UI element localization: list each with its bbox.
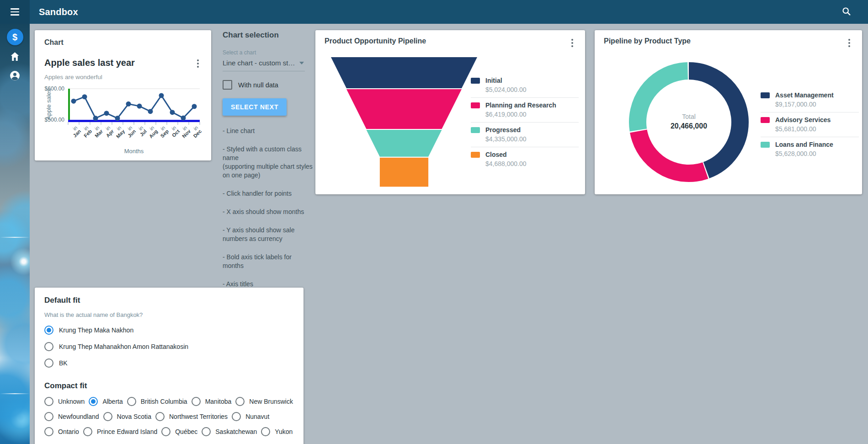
radio-option-yukon[interactable]: Yukon — [261, 427, 293, 436]
funnel-menu-icon[interactable] — [569, 37, 576, 49]
chart-notes-list: - Line chart- Styled with a custom class… — [223, 127, 314, 289]
line-point-Mar[interactable] — [93, 116, 98, 121]
legend-item-Initial[interactable]: Initial$5,024,000.00 — [471, 73, 579, 98]
legend-item-Asset Management[interactable]: Asset Management$9,157,000.00 — [761, 88, 859, 112]
donut-chart[interactable]: Total20,466,000 — [595, 30, 768, 194]
radio-option-krung-thep-maka-nakhon[interactable]: Krung Thep Maka Nakhon — [44, 326, 294, 335]
radio-unselected-icon[interactable] — [155, 412, 165, 421]
radio-option-unknown[interactable]: Unknown — [44, 397, 85, 406]
line-point-Apr[interactable] — [104, 111, 109, 116]
null-data-checkbox-row[interactable]: With null data — [223, 80, 314, 90]
radio-option-nunavut[interactable]: Nunavut — [232, 412, 269, 421]
radio-unselected-icon[interactable] — [44, 397, 53, 406]
donut-legend: Asset Management$9,157,000.00Advisory Se… — [761, 88, 859, 161]
note-item: - Styled with a custom class name (suppo… — [223, 145, 314, 180]
radio-option-northwest-territories[interactable]: Northwest Territories — [155, 412, 228, 421]
radio-label: Prince Edward Island — [97, 428, 157, 435]
funnel-segment-Initial[interactable] — [331, 57, 477, 88]
legend-label: Loans and Finance — [775, 141, 833, 148]
radio-option-british-columbia[interactable]: British Columbia — [127, 397, 187, 406]
radio-unselected-icon[interactable] — [127, 397, 136, 406]
radio-unselected-icon[interactable] — [261, 427, 270, 436]
legend-item-Planning and Research[interactable]: Planning and Research$6,419,000.00 — [471, 98, 579, 123]
radio-option-nova-scotia[interactable]: Nova Scotia — [103, 412, 151, 421]
radio-unselected-icon[interactable] — [44, 427, 53, 436]
select-next-button[interactable]: SELECT NEXT — [223, 98, 287, 116]
radio-option-saskatchewan[interactable]: Saskatchewan — [202, 427, 257, 436]
province-radio-group: UnknownAlbertaBritish ColumbiaManitobaNe… — [44, 397, 303, 436]
radio-option-prince-edward-island[interactable]: Prince Edward Island — [83, 427, 157, 436]
line-chart[interactable]: inJaninFebinMarinAprinMayinJuninJulinAug… — [44, 83, 204, 155]
note-item: - Y axis should show sale numbers as cur… — [223, 226, 314, 243]
chart-menu-icon[interactable] — [194, 58, 202, 70]
line-point-Feb[interactable] — [82, 94, 87, 99]
funnel-segment-Planning and Research[interactable] — [346, 89, 462, 129]
home-icon — [9, 51, 21, 62]
chart-select-dropdown[interactable]: Line chart - custom st… — [223, 56, 305, 71]
account-nav-button[interactable] — [0, 66, 30, 85]
select-value: Line chart - custom st… — [223, 59, 295, 67]
radio-option-manitoba[interactable]: Manitoba — [192, 397, 232, 406]
radio-option-ontario[interactable]: Ontario — [44, 427, 79, 436]
radio-option-krung-thep-mahanakhon-amon-rattanakosin[interactable]: Krung Thep Mahanakhon Amon Rattanakosin — [44, 342, 294, 351]
note-item: - Bold axis tick labels for months — [223, 253, 314, 270]
radio-label: Québec — [175, 428, 197, 435]
x-tick-label: inApr — [101, 124, 115, 138]
search-icon[interactable] — [840, 5, 853, 20]
line-point-Jul[interactable] — [137, 104, 142, 109]
radio-label: Nova Scotia — [117, 413, 151, 420]
radio-label: Alberta — [102, 398, 122, 405]
radio-option-new-brunswick[interactable]: New Brunswick — [235, 397, 293, 406]
radio-label: Northwest Territories — [169, 413, 228, 420]
radio-option-bk[interactable]: BK — [44, 358, 294, 368]
chart-selection-panel: Chart selection Select a chart Line char… — [223, 31, 314, 298]
radio-label: Ontario — [58, 428, 79, 435]
legend-swatch — [761, 117, 770, 123]
legend-value: $4,688,000.00 — [485, 160, 579, 167]
funnel-segment-Progressed[interactable] — [367, 130, 442, 157]
legend-item-Closed[interactable]: Closed$4,688,000.00 — [471, 147, 579, 171]
radio-option-newfoundland[interactable]: Newfoundland — [44, 412, 99, 421]
radio-option-qu-bec[interactable]: Québec — [161, 427, 197, 436]
home-nav-button[interactable] — [0, 47, 30, 66]
legend-item-Loans and Finance[interactable]: Loans and Finance$5,628,000.00 — [761, 137, 859, 161]
sales-nav-button[interactable]: $ — [0, 27, 30, 47]
radio-unselected-icon[interactable] — [235, 397, 245, 406]
legend-label: Asset Management — [775, 91, 834, 99]
radio-selected-icon[interactable] — [89, 397, 98, 406]
line-point-Jan[interactable] — [71, 99, 76, 104]
line-point-Nov[interactable] — [181, 115, 186, 120]
radio-selected-icon[interactable] — [44, 326, 53, 335]
radio-unselected-icon[interactable] — [232, 412, 241, 421]
radio-unselected-icon[interactable] — [192, 397, 201, 406]
line-point-May[interactable] — [115, 116, 120, 121]
radio-unselected-icon[interactable] — [44, 342, 53, 351]
dollar-icon: $ — [7, 29, 23, 45]
line-point-Oct[interactable] — [170, 110, 175, 115]
legend-item-Advisory Services[interactable]: Advisory Services$5,681,000.00 — [761, 112, 859, 137]
legend-value: $5,024,000.00 — [485, 86, 579, 93]
legend-item-Progressed[interactable]: Progressed$4,335,000.00 — [471, 123, 579, 147]
radio-option-alberta[interactable]: Alberta — [89, 397, 122, 406]
chart-card-title: Chart — [44, 38, 202, 47]
radio-label: Newfoundland — [58, 413, 99, 420]
checkbox-unchecked-icon[interactable] — [223, 80, 232, 90]
radio-unselected-icon[interactable] — [44, 358, 53, 368]
line-point-Aug[interactable] — [148, 109, 153, 114]
line-point-Sep[interactable] — [159, 93, 164, 98]
line-point-Dec[interactable] — [192, 104, 197, 109]
chevron-down-icon — [299, 62, 304, 64]
select-field-label: Select a chart — [223, 49, 314, 56]
radio-unselected-icon[interactable] — [83, 427, 92, 436]
radio-unselected-icon[interactable] — [202, 427, 211, 436]
line-point-Jun[interactable] — [126, 102, 131, 107]
hamburger-menu-icon[interactable] — [8, 5, 22, 18]
legend-swatch — [471, 152, 480, 158]
radio-unselected-icon[interactable] — [44, 412, 53, 421]
account-icon — [9, 70, 21, 81]
donut-menu-icon[interactable] — [846, 37, 853, 49]
funnel-segment-Closed[interactable] — [380, 158, 428, 187]
radio-label: Saskatchewan — [215, 428, 257, 435]
radio-unselected-icon[interactable] — [103, 412, 112, 421]
radio-unselected-icon[interactable] — [161, 427, 170, 436]
